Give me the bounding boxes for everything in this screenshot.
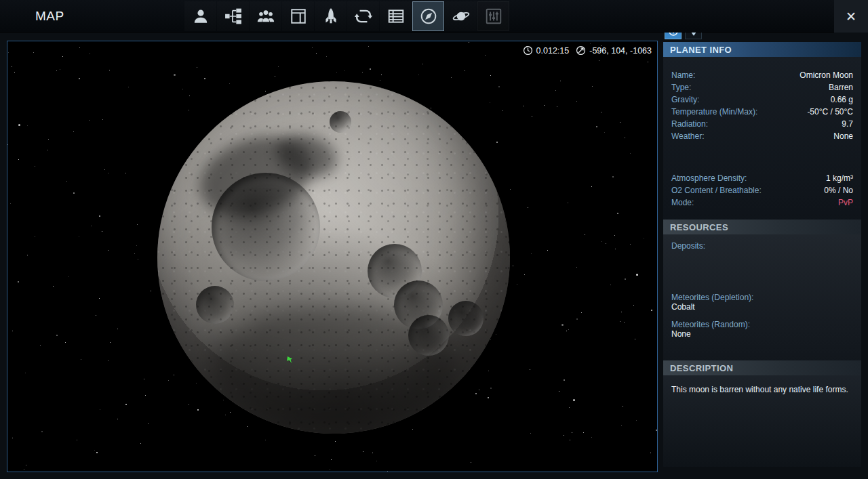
moon-crater — [330, 111, 351, 133]
info-label: Name: — [671, 69, 695, 81]
coordinates-display: -596, 104, -1063 — [576, 45, 652, 56]
info-row-atmosphere: Atmosphere Density: 1 kg/m³ — [671, 172, 853, 184]
close-button[interactable]: ✕ — [834, 0, 868, 33]
info-value: 0.66 g — [831, 93, 853, 106]
meteorites-depletion-group: Meteorites (Depletion): Cobalt — [671, 293, 853, 312]
inventory-icon — [290, 7, 307, 25]
ship-icon — [322, 7, 340, 25]
clock-icon — [523, 45, 533, 56]
planet-info-panel: Name: Omicron Moon Type: Barren Gravity:… — [663, 57, 861, 220]
galaxy-icon — [452, 7, 470, 25]
info-label: Mode: — [671, 196, 694, 209]
info-label: Temperature (Min/Max): — [671, 106, 757, 118]
toolbar-registry-button[interactable] — [380, 1, 412, 31]
deposits-label: Deposits: — [671, 241, 853, 251]
info-row-weather: Weather: None — [671, 130, 853, 142]
moon-dark-region — [189, 123, 322, 229]
map-hud: 0.012:15 -596, 104, -1063 — [523, 45, 652, 56]
description-text: This moon is barren without any native l… — [671, 385, 853, 395]
meteorites-random-group: Meteorites (Random): None — [671, 320, 853, 339]
transfer-icon — [355, 7, 372, 25]
info-row-temperature: Temperature (Min/Max): -50°C / 50°C — [671, 106, 853, 118]
compass-icon — [420, 7, 437, 25]
info-value: 9.7 — [842, 118, 853, 130]
info-label: Gravity: — [671, 93, 699, 106]
meteorites-random-label: Meteorites (Random): — [671, 320, 853, 329]
info-value: 0% / No — [824, 184, 853, 196]
toolbar-transfer-button[interactable] — [347, 1, 379, 31]
info-row-radiation: Radiation: 9.7 — [671, 118, 853, 130]
close-icon: ✕ — [846, 9, 856, 24]
info-row-gravity: Gravity: 0.66 g — [671, 93, 853, 106]
toolbar-map-button[interactable] — [412, 1, 444, 31]
info-label: Atmosphere Density: — [671, 172, 747, 184]
info-row-mode: Mode: PvP — [671, 196, 853, 209]
tech-tree-icon — [224, 7, 242, 25]
info-value: None — [833, 130, 853, 142]
moon-crater — [368, 244, 422, 298]
info-row-o2: O2 Content / Breathable: 0% / No — [671, 184, 853, 196]
info-row-type: Type: Barren — [671, 81, 853, 93]
toolbar-galaxy-button[interactable] — [445, 1, 477, 31]
toolbar-tech-tree-button[interactable] — [217, 1, 249, 31]
player-icon — [192, 7, 210, 25]
toolbar — [184, 1, 509, 31]
toolbar-ship-button[interactable] — [315, 1, 347, 31]
info-row-name: Name: Omicron Moon — [671, 69, 853, 81]
info-value: -50°C / 50°C — [807, 106, 853, 118]
meteorites-depletion-value: Cobalt — [671, 302, 853, 312]
playtime-display: 0.012:15 — [523, 45, 570, 56]
toolbar-inventory-button[interactable] — [282, 1, 314, 31]
info-label: Weather: — [671, 130, 704, 142]
toolbar-faction-button[interactable] — [250, 1, 281, 31]
info-label: Radiation: — [671, 118, 708, 130]
info-label: Type: — [671, 81, 691, 93]
description-header: DESCRIPTION — [663, 360, 861, 375]
pvp-mode-value: PvP — [838, 196, 853, 209]
map-viewport[interactable]: 0.012:15 -596, 104, -1063 — [7, 41, 658, 472]
faction-icon — [257, 7, 275, 25]
moon-planet[interactable] — [157, 81, 510, 434]
resources-header: RESOURCES — [663, 220, 861, 234]
meteorites-depletion-label: Meteorites (Depletion): — [671, 293, 853, 302]
toolbar-options-button[interactable] — [477, 1, 509, 31]
player-marker-icon[interactable] — [286, 354, 297, 365]
moon-crater — [394, 280, 443, 329]
moon-dark-region — [272, 129, 341, 183]
coordinates-value: -596, 104, -1063 — [589, 46, 652, 56]
moon-dark-region — [212, 305, 456, 427]
sidebar: PLANET INFO Name: Omicron Moon Type: Bar… — [663, 23, 861, 467]
info-label: O2 Content / Breathable: — [671, 184, 762, 196]
top-bar: MAP ✕ — [0, 0, 868, 33]
playtime-value: 0.012:15 — [536, 46, 570, 56]
position-compass-icon — [576, 45, 586, 56]
info-value: Barren — [829, 81, 853, 93]
moon-crater — [408, 315, 449, 356]
moon-crater — [212, 173, 320, 281]
planet-info-header: PLANET INFO — [663, 42, 861, 57]
toolbar-player-button[interactable] — [184, 1, 216, 31]
moon-crater — [448, 301, 484, 336]
resources-panel: Deposits: Meteorites (Depletion): Cobalt… — [663, 234, 861, 360]
info-value: Omicron Moon — [800, 69, 853, 81]
moon-crater — [196, 286, 234, 324]
description-panel: This moon is barren without any native l… — [663, 375, 861, 467]
info-value: 1 kg/m³ — [826, 172, 853, 184]
registry-icon — [387, 7, 405, 25]
page-title: MAP — [35, 9, 64, 24]
meteorites-random-value: None — [671, 329, 853, 339]
sliders-icon — [485, 7, 502, 25]
